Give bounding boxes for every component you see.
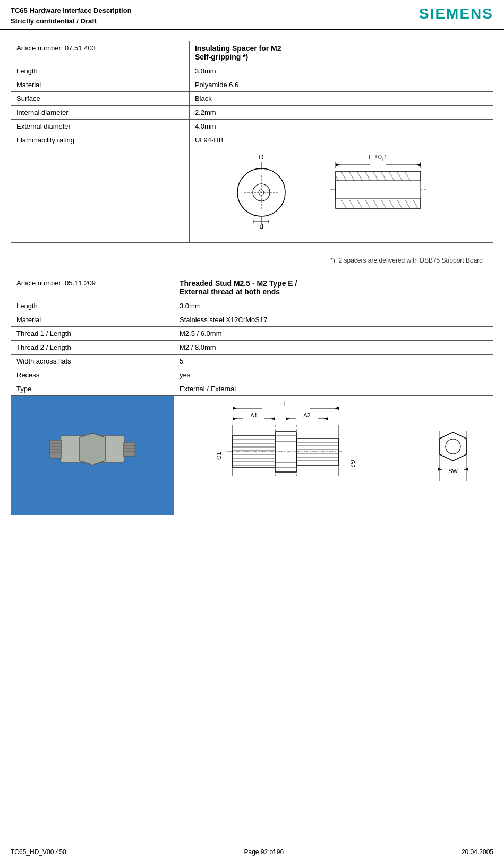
product-name-cell-1: Insulating Spacer for M2 Self-gripping *…: [189, 41, 493, 64]
value-material-1: Polyamide 6.6: [189, 78, 493, 92]
spec-table-2: Article number: 05.11.209 Threaded Stud …: [11, 276, 493, 515]
page-header: TC65 Hardware Interface Description Stri…: [0, 0, 504, 30]
table-row: Recess yes: [11, 368, 493, 382]
svg-point-89: [446, 439, 460, 454]
svg-rect-40: [123, 442, 135, 456]
svg-rect-35: [50, 440, 62, 458]
table-row: Width across flats 5: [11, 355, 493, 368]
footer-right: 20.04.2005: [462, 848, 493, 856]
value-flammability: UL94-HB: [189, 133, 493, 147]
svg-marker-49: [335, 407, 339, 410]
table-row: Length 3.0mm: [11, 299, 493, 313]
value-thread2: M2 / 8.0mm: [174, 341, 493, 355]
diagram-right-cell-1: D d: [189, 147, 493, 243]
svg-marker-44: [79, 433, 106, 465]
diagram-left-cell-1: [11, 147, 190, 243]
label-length-2: Length: [11, 299, 174, 313]
value-external-diameter: 4.0mm: [189, 120, 493, 133]
stud-diagram-cell: L A1 A2: [174, 396, 493, 515]
label-surface: Surface: [11, 92, 190, 106]
table-row: Internal diameter 2.2mm: [11, 106, 493, 120]
value-surface: Black: [189, 92, 493, 106]
value-material-2: Stainless steel X12CrMoS17: [174, 313, 493, 327]
header-title-line1: TC65 Hardware Interface Description: [11, 5, 132, 16]
svg-text:L: L: [284, 400, 288, 408]
spacer-diagram: D d: [219, 150, 463, 235]
svg-marker-88: [440, 432, 466, 461]
stud-photo-svg: [45, 399, 140, 500]
table-row: Type External / External: [11, 382, 493, 396]
label-thread2: Thread 2 / Length: [11, 341, 174, 355]
label-external-diameter: External diameter: [11, 120, 190, 133]
value-length-2: 3.0mm: [174, 299, 493, 313]
label-thread1: Thread 1 / Length: [11, 327, 174, 341]
label-material-2: Material: [11, 313, 174, 327]
value-internal-diameter: 2.2mm: [189, 106, 493, 120]
svg-text:L  ±0,1: L ±0,1: [369, 153, 388, 161]
value-width-across-flats: 5: [174, 355, 493, 368]
label-flammability: Flammability rating: [11, 133, 190, 147]
svg-text:A1: A1: [250, 412, 257, 418]
svg-text:D: D: [259, 153, 264, 161]
table-row: Thread 1 / Length M2.5 / 6.0mm: [11, 327, 493, 341]
siemens-logo: SIEMENS: [419, 5, 493, 22]
table-row-diagram-2: L A1 A2: [11, 396, 493, 515]
table-row: Article number: 05.11.209 Threaded Stud …: [11, 276, 493, 299]
svg-marker-48: [233, 407, 237, 410]
table-row: Material Polyamide 6.6: [11, 78, 493, 92]
table-row: Flammability rating UL94-HB: [11, 133, 493, 147]
label-width-across-flats: Width across flats: [11, 355, 174, 368]
footnote-1: *) 2 spacers are delivered with DSB75 Su…: [11, 254, 493, 267]
svg-text:G2: G2: [349, 460, 356, 468]
footer-left: TC65_HD_V00.450: [11, 848, 66, 856]
page-content: Article number: 07.51.403 Insulating Spa…: [0, 30, 504, 536]
footer-center: Page 92 of 96: [244, 848, 284, 856]
table-row-diagram-1: D d: [11, 147, 493, 243]
product-name-cell-2: Threaded Stud M2.5 - M2 Type E / Externa…: [174, 276, 493, 299]
svg-marker-53: [233, 417, 237, 420]
table-row: Article number: 07.51.403 Insulating Spa…: [11, 41, 493, 64]
svg-text:G1: G1: [216, 452, 222, 460]
value-thread1: M2.5 / 6.0mm: [174, 327, 493, 341]
svg-marker-18: [416, 163, 421, 166]
svg-marker-17: [336, 163, 340, 166]
label-internal-diameter: Internal diameter: [11, 106, 190, 120]
header-title-block: TC65 Hardware Interface Description Stri…: [11, 5, 132, 26]
product-photo-cell: [11, 396, 174, 515]
label-recess: Recess: [11, 368, 174, 382]
label-material-1: Material: [11, 78, 190, 92]
value-recess: yes: [174, 368, 493, 382]
article-number-cell-2: Article number: 05.11.209: [11, 276, 174, 299]
label-type: Type: [11, 382, 174, 396]
svg-rect-33: [336, 181, 421, 199]
svg-marker-58: [286, 417, 290, 420]
svg-marker-59: [324, 417, 328, 420]
header-title-line2: Strictly confidential / Draft: [11, 16, 132, 27]
label-length-1: Length: [11, 64, 190, 78]
article-number-cell-1: Article number: 07.51.403: [11, 41, 190, 64]
table-row: Length 3.0mm: [11, 64, 493, 78]
svg-text:SW: SW: [448, 468, 458, 474]
table-row: Material Stainless steel X12CrMoS17: [11, 313, 493, 327]
value-type: External / External: [174, 382, 493, 396]
svg-marker-54: [271, 417, 275, 420]
table-row: Surface Black: [11, 92, 493, 106]
stud-diagram: L A1 A2: [180, 399, 488, 510]
page-footer: TC65_HD_V00.450 Page 92 of 96 20.04.2005: [0, 844, 504, 860]
svg-text:A2: A2: [303, 412, 310, 418]
table-row: Thread 2 / Length M2 / 8.0mm: [11, 341, 493, 355]
table-row: External diameter 4.0mm: [11, 120, 493, 133]
spec-table-1: Article number: 07.51.403 Insulating Spa…: [11, 41, 493, 243]
value-length-1: 3.0mm: [189, 64, 493, 78]
